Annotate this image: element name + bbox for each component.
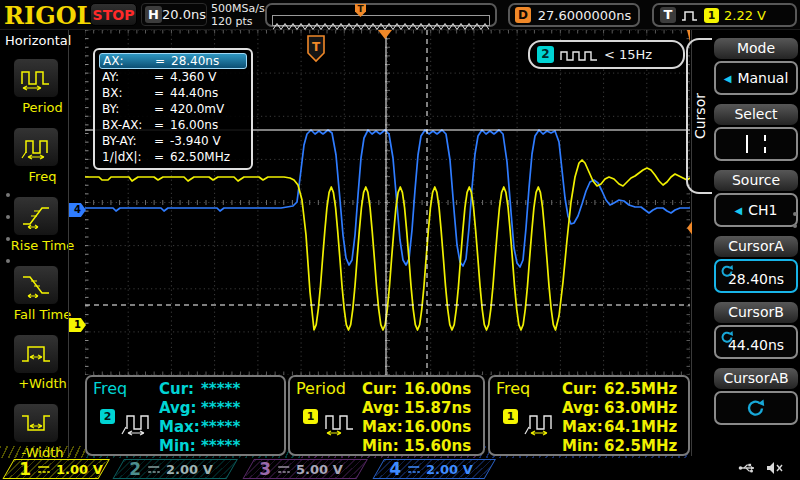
- dc-coupling-icon: [37, 464, 50, 475]
- cursor-row-ay: AY:=4.360 V: [99, 69, 247, 85]
- fall-time-icon: [20, 272, 52, 298]
- scroll-dot: [6, 237, 10, 241]
- delay-readout[interactable]: D 27.6000000ns: [508, 3, 640, 27]
- display-left-border: [68, 30, 69, 456]
- sample-rate: 500MSa/s: [211, 2, 265, 15]
- panel-values: Cur:16.00ns Avg:15.87ns Max:16.00ns Min:…: [362, 379, 471, 455]
- frequency-counter-badge: 2 < 15Hz: [528, 40, 685, 69]
- mode-label: Mode: [714, 38, 798, 59]
- dc-coupling-icon: [147, 464, 160, 475]
- dc-coupling-icon: [277, 464, 290, 475]
- horizontal-timebase-control[interactable]: H 20.0ns: [141, 3, 207, 26]
- status-bar: RIGOL STOP H 20.0ns 500MSa/s120 pts T D …: [0, 0, 800, 30]
- pulse-icon: [681, 9, 699, 22]
- dc-coupling-icon: [407, 464, 420, 475]
- rise-time-label: Rise Time: [0, 238, 85, 253]
- period-icon: [322, 409, 356, 437]
- rotate-knob-icon: [720, 264, 734, 278]
- delay-label: D: [515, 7, 531, 23]
- scroll-dot: [6, 193, 10, 197]
- channel-2-tab[interactable]: 2 2.00 V: [112, 459, 238, 479]
- panel-title: Freq: [93, 379, 127, 398]
- counter-channel-badge: 2: [537, 46, 554, 63]
- left-menu-title: Horizontal: [5, 33, 71, 48]
- rotate-knob-icon: [746, 398, 766, 418]
- speaker-muted-icon: [766, 461, 784, 475]
- cursor-a-button[interactable]: 28.40ns: [714, 259, 798, 293]
- menu-item-source: Source ◀CH1: [714, 170, 798, 227]
- source-button[interactable]: ◀CH1: [714, 193, 798, 227]
- source-label: Source: [714, 170, 798, 191]
- memory-waveform-strip: [272, 15, 490, 26]
- trigger-position-marker[interactable]: [378, 30, 392, 39]
- channel-1-tab[interactable]: 1 1.00 V: [2, 459, 110, 479]
- freq-icon: [20, 134, 52, 160]
- select-label: Select: [714, 104, 798, 125]
- memory-position-bar[interactable]: T: [265, 3, 497, 27]
- left-arrow-icon: ◀: [735, 205, 743, 216]
- rise-time-icon: [20, 203, 52, 229]
- cursor-row-by: BY:=420.0mV: [99, 101, 247, 117]
- plus-width-label: +Width: [0, 376, 85, 391]
- mode-button[interactable]: ◀Manual: [714, 61, 798, 95]
- menu-item-cursor-ab: CursorAB: [714, 368, 798, 425]
- measurement-panel-period-ch1: Period 1 Cur:16.00ns Avg:15.87ns Max:16.…: [288, 375, 485, 456]
- trigger-flag-label: T: [312, 40, 321, 54]
- panel-title: Period: [296, 379, 346, 398]
- oscilloscope-screen: RIGOL STOP H 20.0ns 500MSa/s120 pts T D …: [0, 0, 800, 480]
- panel-values: Cur:***** Avg:***** Max:***** Min:*****: [159, 379, 240, 455]
- menu-item-mode: Mode ◀Manual: [714, 38, 798, 95]
- fall-time-button[interactable]: [13, 265, 59, 305]
- select-button[interactable]: [714, 127, 798, 161]
- left-arrow-icon: ◀: [724, 73, 732, 84]
- scroll-dot: [6, 259, 10, 263]
- counter-value: < 15Hz: [604, 47, 652, 62]
- square-wave-icon: [560, 48, 598, 62]
- channel-3-tab[interactable]: 3 5.00 V: [242, 459, 368, 479]
- cursor-row-ax: AX:=28.40ns: [99, 53, 247, 69]
- system-status-icons: [738, 461, 784, 475]
- cursor-row-bx: BX:=44.40ns: [99, 85, 247, 101]
- cursor-b-label: CursorB: [714, 302, 798, 323]
- channel-4-tab[interactable]: 4 2.00 V: [372, 459, 496, 479]
- panel-channel-badge: 1: [303, 409, 318, 424]
- minus-width-icon: [20, 410, 52, 436]
- freq-icon: [119, 409, 153, 437]
- menu-item-cursor-a: CursorA 28.40ns: [714, 236, 798, 293]
- horizontal-label: H: [145, 6, 162, 23]
- period-label: Period: [0, 100, 85, 115]
- minus-width-button[interactable]: [13, 403, 59, 443]
- trigger-source-badge: 1: [704, 8, 719, 23]
- plus-width-icon: [20, 341, 52, 367]
- trigger-readout[interactable]: T 1 2.22 V: [652, 3, 797, 27]
- freq-button[interactable]: [13, 127, 59, 167]
- cursor-row-inv-dx: 1/|dX|:=62.50MHz: [99, 149, 247, 165]
- channel-status-bar: 1 1.00 V 2 2.00 V 3 5.00 V 4 2.00 V: [0, 458, 800, 480]
- scroll-dot: [6, 215, 10, 219]
- measurement-panel-freq-ch2: Freq 2 Cur:***** Avg:***** Max:***** Min…: [85, 375, 286, 456]
- cursor-readout-panel: AX:=28.40ns AY:=4.360 V BX:=44.40ns BY:=…: [93, 48, 253, 170]
- period-button[interactable]: [13, 58, 59, 98]
- cursor-ab-label: CursorAB: [714, 368, 798, 389]
- panel-channel-badge: 1: [503, 409, 518, 424]
- run-state-badge[interactable]: STOP: [90, 3, 137, 26]
- rise-time-button[interactable]: [13, 196, 59, 236]
- freq-icon: [522, 409, 556, 437]
- cursor-row-byay: BY-AY:=-3.940 V: [99, 133, 247, 149]
- usb-icon: [738, 461, 758, 475]
- cursor-b-button[interactable]: 44.40ns: [714, 325, 798, 359]
- cursor-ab-button[interactable]: [714, 391, 798, 425]
- measurement-panel-freq-ch1: Freq 1 Cur:62.5MHz Avg:63.0MHz Max:64.1M…: [488, 375, 690, 456]
- waveform-display: T 2 < 15Hz AX:=28.40ns AY:=4.360 V BX:=4…: [85, 30, 690, 375]
- freq-label: Freq: [0, 169, 85, 184]
- plus-width-button[interactable]: [13, 334, 59, 374]
- cursor-a-label: CursorA: [714, 236, 798, 257]
- sample-rate-readout: 500MSa/s120 pts: [211, 2, 265, 28]
- cursor-row-bxax: BX-AX:=16.00ns: [99, 117, 247, 133]
- page-dot: [793, 224, 797, 228]
- menu-item-cursor-b: CursorB 44.40ns: [714, 302, 798, 359]
- period-icon: [20, 65, 52, 91]
- cursor-menu: Cursor Mode ◀Manual Select Source ◀CH1 C…: [692, 30, 800, 458]
- trigger-level-value: 2.22 V: [724, 8, 766, 23]
- horizontal-measure-menu: Horizontal Period Freq Rise Time Fall Ti…: [0, 30, 85, 458]
